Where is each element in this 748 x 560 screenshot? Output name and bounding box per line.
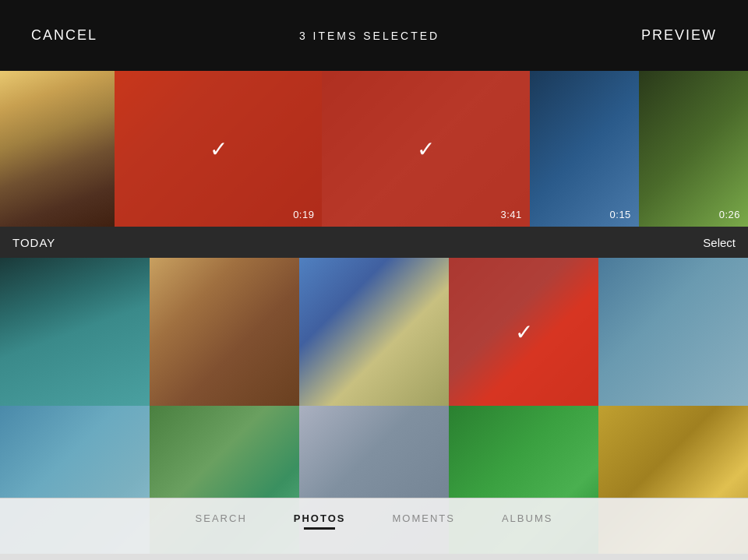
tab-photos[interactable]: PHOTOS [294,512,346,530]
tab-moments[interactable]: MOMENTS [392,512,454,524]
grid-cell-guitarist[interactable]: 0:15 [530,71,639,227]
grid-item-car[interactable] [0,258,150,406]
check-icon: ✓ [210,136,228,162]
tab-search[interactable]: SEARCH [196,512,247,524]
tab-search-label: SEARCH [196,512,247,524]
grid-item-sunglasses-girl[interactable] [598,258,748,406]
tab-albums-label: ALBUMS [502,512,552,524]
select-button[interactable]: Select [703,236,736,249]
grid-item-hat-girl[interactable] [299,258,449,406]
tab-albums[interactable]: ALBUMS [502,512,552,524]
top-photo-grid: ✓ 0:19 ✓ 3:41 0:15 0:26 [0,71,748,227]
grid-cell-soccer[interactable]: ✓ 0:19 [115,71,322,227]
today-section-header: TODAY Select [0,227,748,258]
grid-cell-beach-girls[interactable]: 0:26 [639,71,748,227]
duration-label: 0:19 [293,209,314,220]
check-icon-2: ✓ [417,136,435,162]
today-label: TODAY [12,236,55,249]
selected-overlay: ✓ [115,71,322,227]
selection-count: 3 ITEMS SELECTED [299,30,439,42]
grid-cell-couple[interactable] [0,71,115,227]
tab-moments-label: MOMENTS [392,512,454,524]
header: CANCEL 3 ITEMS SELECTED PREVIEW [0,0,748,71]
grid-cell-dance[interactable]: ✓ 3:41 [322,71,529,227]
grid-item-friends[interactable] [150,258,299,406]
preview-button[interactable]: PREVIEW [641,27,717,44]
selected-overlay-3: ✓ [449,258,598,406]
grid-item-red-building[interactable]: ✓ [449,258,598,406]
check-icon-3: ✓ [515,319,533,345]
duration-label-2: 3:41 [500,209,521,220]
tab-active-indicator [304,527,335,530]
cancel-button[interactable]: CANCEL [31,27,97,44]
bottom-grid-row1: ✓ [0,258,748,406]
tab-photos-label: PHOTOS [294,512,346,524]
tab-bar: SEARCH PHOTOS MOMENTS ALBUMS [0,498,748,560]
selected-overlay-2: ✓ [322,71,529,227]
duration-label-3: 0:15 [610,209,631,220]
duration-label-4: 0:26 [719,209,740,220]
main-content: ✓ 0:19 ✓ 3:41 0:15 0:26 TODAY Select [0,71,748,560]
